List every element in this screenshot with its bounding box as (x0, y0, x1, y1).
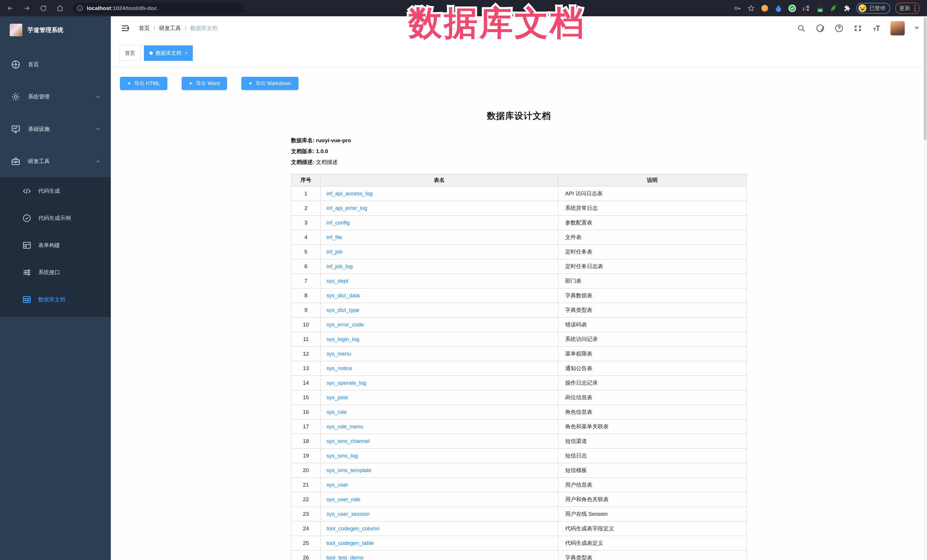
table-name-link[interactable]: tool_test_demo (327, 555, 363, 560)
row-index: 14 (291, 376, 321, 390)
sidebar-item-codegen-example[interactable]: 代码生成示例 (0, 205, 111, 232)
app-logo-row[interactable]: 芋道管理系统 (0, 16, 111, 39)
table-name-link[interactable]: sys_dict_type (327, 307, 359, 313)
user-avatar[interactable] (891, 21, 905, 35)
reload-icon[interactable] (37, 2, 50, 15)
extension-leaf-icon[interactable] (829, 4, 837, 12)
paused-label: 已暂停 (869, 5, 886, 12)
password-key-icon[interactable] (733, 4, 742, 12)
chrome-update-button[interactable]: 更新 (895, 3, 919, 14)
sidebar-item-label: 数据库文档 (38, 296, 65, 303)
row-index: 15 (291, 390, 321, 405)
user-menu-caret-icon[interactable] (915, 27, 919, 29)
font-size-icon[interactable] (872, 23, 882, 33)
table-name-link[interactable]: sys_menu (327, 351, 351, 357)
table-row: 11sys_login_log系统访问记录 (291, 332, 747, 347)
sidebar-item-infrastructure[interactable]: 基础设施 (0, 113, 111, 145)
extension-orange-icon[interactable] (760, 4, 769, 12)
table-name-link[interactable]: sys_login_log (327, 336, 359, 342)
fullscreen-icon[interactable] (853, 23, 863, 33)
bookmark-star-icon[interactable] (747, 4, 755, 12)
table-row: 18sys_sms_channel短信渠道 (291, 434, 747, 449)
extension-grid-icon[interactable] (802, 4, 810, 12)
extension-paused-badge[interactable]: 已暂停 (857, 3, 890, 14)
sidebar-item-home[interactable]: 首页 (0, 48, 111, 80)
table-name-link[interactable]: sys_user (327, 482, 348, 488)
table-row: 1inf_api_access_logAPI 访问日志表 (291, 187, 747, 201)
table-name-link[interactable]: sys_error_code (327, 322, 364, 328)
table-desc-cell: 文件表 (558, 230, 747, 245)
table-name-cell: sys_login_log (321, 332, 558, 347)
browser-menu-icon[interactable] (914, 5, 916, 11)
table-row: 24tool_codegen_column代码生成表字段定义 (291, 521, 747, 536)
export-word-button[interactable]: + 导出 Word (182, 77, 227, 90)
table-name-link[interactable]: inf_api_error_log (327, 205, 367, 211)
extensions-puzzle-icon[interactable] (843, 4, 851, 12)
table-row: 17sys_role_menu角色和菜单关联表 (291, 419, 747, 434)
table-name-cell: sys_user (321, 478, 558, 492)
table-desc-cell: 字典类型表 (558, 303, 747, 317)
address-bar[interactable]: localhost:1024/tool/db-doc (73, 3, 244, 14)
breadcrumb-dev-tools[interactable]: 研发工具 (159, 24, 181, 32)
table-name-link[interactable]: sys_post (327, 395, 348, 401)
table-name-link[interactable]: sys_user_session (327, 511, 369, 517)
extension-on-badge-icon[interactable]: on (815, 4, 824, 12)
page-scrollbar[interactable] (923, 16, 927, 560)
row-index: 18 (291, 434, 321, 449)
table-name-link[interactable]: inf_config (327, 220, 350, 226)
table-name-link[interactable]: inf_api_access_log (327, 190, 373, 196)
table-name-link[interactable]: sys_sms_template (327, 467, 371, 473)
extension-green-check-icon[interactable] (788, 4, 796, 12)
collapse-sidebar-icon[interactable] (119, 23, 131, 34)
table-name-link[interactable]: sys_role (327, 409, 347, 415)
table-name-link[interactable]: inf_job_log (327, 263, 353, 269)
table-name-link[interactable]: sys_sms_channel (327, 438, 369, 444)
table-name-link[interactable]: sys_dept (327, 278, 348, 284)
close-tab-icon[interactable]: × (185, 50, 187, 56)
search-icon[interactable] (796, 23, 807, 33)
table-desc-cell: 字典类型表 (558, 551, 747, 560)
back-icon[interactable] (4, 2, 17, 15)
site-info-icon[interactable] (76, 5, 84, 12)
table-name-link[interactable]: sys_user_role (327, 496, 360, 502)
table-name-link[interactable]: sys_operate_log (327, 380, 366, 386)
table-name-link[interactable]: tool_codegen_column (327, 525, 380, 531)
sidebar-item-db-doc[interactable]: 数据库文档 (0, 286, 111, 313)
row-index: 6 (291, 259, 321, 274)
sidebar-item-dev-tools[interactable]: 研发工具 (0, 145, 111, 178)
sidebar-item-code-generation[interactable]: 代码生成 (0, 178, 111, 205)
export-markdown-button[interactable]: + 导出 Markdown (241, 77, 298, 90)
tab-db-doc[interactable]: 数据库文档 × (144, 46, 193, 61)
table-name-link[interactable]: sys_notice (327, 365, 352, 371)
sidebar-item-system-api[interactable]: 系统接口 (0, 259, 111, 286)
table-name-link[interactable]: sys_sms_log (327, 453, 358, 458)
extension-blue-drop-icon[interactable] (774, 4, 783, 12)
table-name-cell: sys_dict_type (321, 303, 558, 317)
plus-icon: + (189, 80, 193, 86)
sidebar: 芋道管理系统 首页 系统管理 (0, 16, 111, 560)
table-row: 13sys_notice通知公告表 (291, 361, 747, 376)
github-icon[interactable] (815, 23, 825, 33)
sidebar-item-form-builder[interactable]: 表单构建 (0, 232, 111, 259)
table-name-cell: sys_error_code (321, 317, 558, 332)
table-name-link[interactable]: inf_file (327, 234, 342, 240)
table-desc-cell: 菜单权限表 (558, 347, 747, 361)
help-icon[interactable] (834, 23, 844, 33)
table-name-cell: sys_dict_data (321, 288, 558, 303)
table-name-link[interactable]: sys_dict_data (327, 293, 360, 298)
scrollbar-thumb[interactable] (924, 17, 926, 140)
table-name-cell: sys_post (321, 390, 558, 405)
table-desc-cell: 短信渠道 (558, 434, 747, 449)
export-toolbar: + 导出 HTML + 导出 Word + 导出 Markdown (120, 77, 927, 90)
export-html-button[interactable]: + 导出 HTML (120, 77, 167, 90)
sidebar-item-system[interactable]: 系统管理 (0, 80, 111, 113)
home-icon[interactable] (54, 2, 66, 15)
breadcrumb-home[interactable]: 首页 (139, 24, 150, 32)
table-name-link[interactable]: tool_codegen_table (327, 540, 374, 546)
tab-home[interactable]: 首页 (119, 46, 140, 61)
sliders-icon (22, 268, 31, 277)
forward-icon[interactable] (21, 2, 33, 15)
table-name-link[interactable]: inf_job (327, 249, 342, 255)
table-name-link[interactable]: sys_role_menu (327, 423, 363, 429)
table-desc-cell: 用户信息表 (558, 478, 747, 492)
